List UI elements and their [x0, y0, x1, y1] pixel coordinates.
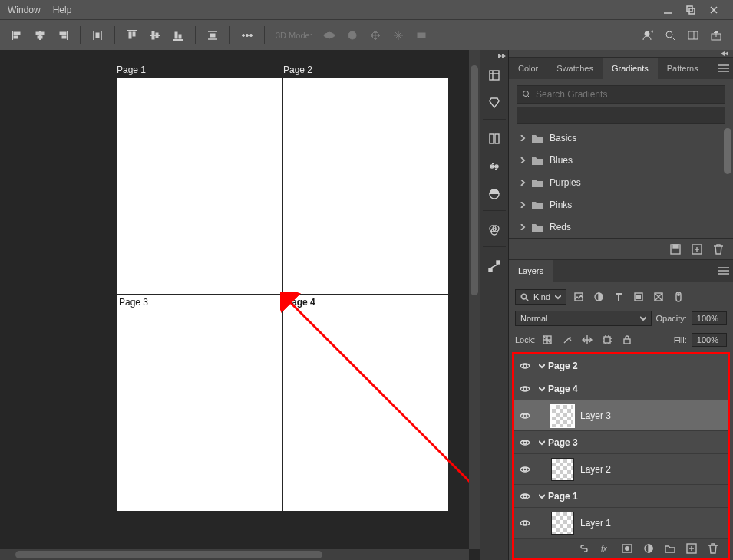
artboard-page-2[interactable]: Page 2 [283, 78, 448, 294]
layer-filter-kind-select[interactable]: Kind [515, 289, 566, 305]
filter-smartobject-icon[interactable] [651, 289, 666, 305]
tab-gradients[interactable]: Gradients [603, 58, 658, 79]
tab-patterns[interactable]: Patterns [658, 58, 708, 79]
dock-expand-handle[interactable] [483, 53, 506, 59]
fill-value-input[interactable]: 100% [692, 333, 727, 347]
share-icon[interactable] [707, 26, 725, 44]
filter-adjustment-icon[interactable] [591, 289, 606, 305]
artboard-page-1[interactable]: Page 1 [117, 78, 282, 294]
panel-collapse-handle[interactable] [509, 50, 733, 57]
window-maximize-button[interactable] [679, 0, 702, 19]
layer-group-page-4[interactable]: Page 4 [514, 377, 728, 400]
3d-pan-icon[interactable] [366, 26, 385, 44]
lock-position-icon[interactable] [579, 332, 595, 348]
document-canvas[interactable]: Page 1 Page 2 Page 3 Page 4 [0, 50, 480, 560]
layer-thumbnail[interactable] [551, 404, 574, 427]
new-group-icon[interactable] [665, 543, 675, 554]
visibility-toggle[interactable] [514, 466, 536, 473]
3d-orbit-icon[interactable] [320, 26, 338, 44]
gradient-folder-pinks[interactable]: Pinks [509, 193, 733, 216]
channels-panel-icon[interactable] [483, 219, 506, 242]
3d-roll-icon[interactable] [343, 26, 362, 44]
layer-name[interactable]: Layer 1 [580, 518, 611, 529]
styles-panel-icon[interactable] [483, 183, 506, 206]
layer-thumbnail[interactable] [551, 458, 574, 481]
filter-toggle-icon[interactable] [671, 289, 686, 305]
align-top-edges-icon[interactable] [123, 26, 141, 44]
layer-name[interactable]: Layer 2 [580, 464, 611, 475]
visibility-toggle[interactable] [514, 362, 536, 370]
artboard-page-3[interactable]: Page 3 [117, 295, 282, 511]
align-left-edges-icon[interactable] [8, 26, 26, 44]
twirl-down-icon[interactable] [536, 493, 548, 499]
layer-name[interactable]: Page 3 [548, 437, 578, 448]
layer-name[interactable]: Layer 3 [580, 410, 611, 421]
gradient-search-input[interactable] [536, 89, 725, 100]
layer-layer-3[interactable]: Layer 3 [514, 400, 728, 431]
add-mask-icon[interactable] [622, 543, 632, 554]
artboard-page-4[interactable]: Page 4 [283, 295, 448, 511]
twirl-down-icon[interactable] [536, 386, 548, 392]
filter-pixel-icon[interactable] [571, 289, 586, 305]
3d-scale-icon[interactable] [412, 26, 431, 44]
panel-menu-icon[interactable] [715, 260, 733, 282]
visibility-toggle[interactable] [514, 385, 536, 393]
canvas-horizontal-scrollbar[interactable] [0, 549, 469, 560]
tab-color[interactable]: Color [509, 58, 547, 79]
history-panel-icon[interactable] [483, 64, 506, 87]
gradient-list-scrollbar[interactable] [724, 128, 731, 236]
layer-thumbnail[interactable] [551, 512, 574, 535]
filter-type-icon[interactable] [611, 289, 626, 305]
visibility-toggle[interactable] [514, 519, 536, 527]
align-vertical-centers-icon[interactable] [146, 26, 164, 44]
layer-effects-icon[interactable]: fx [600, 543, 611, 554]
layer-name[interactable]: Page 4 [548, 384, 578, 394]
layer-group-page-3[interactable]: Page 3 [514, 431, 728, 454]
window-minimize-button[interactable] [656, 0, 679, 19]
cloud-user-icon[interactable]: + [638, 26, 656, 44]
libraries-panel-icon[interactable] [483, 127, 506, 150]
visibility-toggle[interactable] [514, 439, 536, 446]
lock-all-icon[interactable] [619, 332, 635, 348]
properties-panel-icon[interactable] [483, 91, 506, 114]
new-layer-icon[interactable] [686, 543, 697, 554]
layer-group-page-2[interactable]: Page 2 [514, 354, 728, 377]
visibility-toggle[interactable] [514, 412, 536, 420]
align-horizontal-centers-icon[interactable] [31, 26, 49, 44]
search-icon[interactable] [661, 26, 679, 44]
gradient-folder-basics[interactable]: Basics [509, 127, 733, 149]
lock-image-icon[interactable] [560, 332, 575, 348]
tab-layers[interactable]: Layers [509, 260, 553, 282]
window-close-button[interactable] [702, 0, 725, 19]
3d-slide-icon[interactable] [389, 26, 408, 44]
new-gradient-icon[interactable] [692, 244, 702, 255]
tab-swatches[interactable]: Swatches [547, 58, 603, 79]
opacity-value-input[interactable]: 100% [692, 311, 727, 325]
align-bottom-edges-icon[interactable] [169, 26, 187, 44]
gradient-folder-purples[interactable]: Purples [509, 171, 733, 193]
menu-help[interactable]: Help [53, 5, 72, 15]
filter-shape-icon[interactable] [631, 289, 646, 305]
lock-transparent-icon[interactable] [540, 332, 555, 348]
gradient-folder-blues[interactable]: Blues [509, 149, 733, 171]
paths-panel-icon[interactable] [483, 255, 506, 278]
layer-name[interactable]: Page 2 [548, 361, 578, 371]
workspace-switcher-icon[interactable] [684, 26, 702, 44]
adjustments-panel-icon[interactable] [483, 155, 506, 178]
layer-layer-1[interactable]: Layer 1 [514, 508, 728, 539]
more-options-icon[interactable] [238, 26, 256, 44]
gradient-search[interactable] [517, 85, 725, 104]
menu-window[interactable]: Window [8, 5, 41, 15]
visibility-toggle[interactable] [514, 492, 536, 500]
delete-gradient-icon[interactable] [713, 244, 724, 255]
blend-mode-select[interactable]: Normal [515, 311, 652, 326]
layer-group-page-1[interactable]: Page 1 [514, 485, 728, 508]
gradient-preview-swatch[interactable] [517, 107, 725, 124]
save-gradient-icon[interactable] [670, 244, 681, 255]
distribute-horizontal-icon[interactable] [88, 26, 107, 44]
distribute-vertical-icon[interactable] [203, 26, 222, 44]
lock-artboard-icon[interactable] [599, 332, 615, 348]
canvas-vertical-scrollbar[interactable] [469, 50, 480, 549]
link-layers-icon[interactable] [579, 543, 589, 554]
panel-menu-icon[interactable] [715, 58, 733, 79]
